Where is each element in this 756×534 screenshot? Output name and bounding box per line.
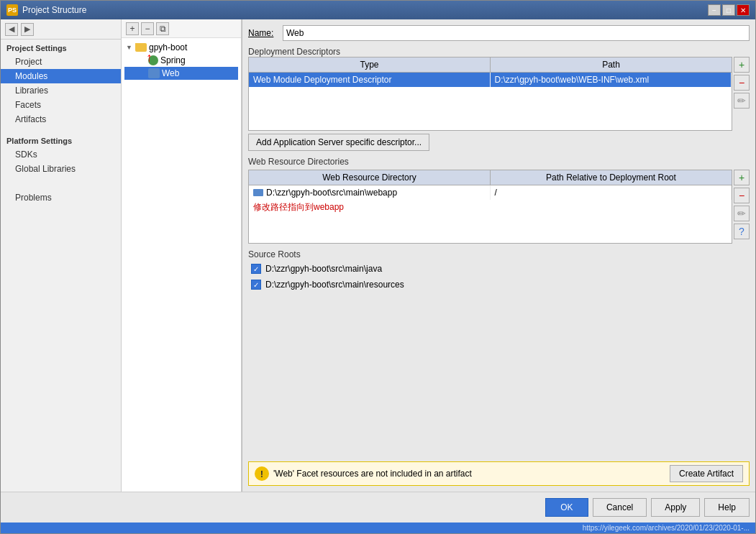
web-resource-label: Web Resource Directories [248, 157, 750, 167]
web-resource-side-buttons: + − ✏ ? [734, 170, 750, 239]
url-text: https://yilegeek.com/archives/2020/01/23… [583, 524, 750, 532]
sidebar: ◀ ▶ Project Settings Project Modules Lib… [1, 19, 122, 492]
tree-node-web[interactable]: Web ↑ [124, 67, 238, 80]
name-input[interactable] [283, 25, 750, 41]
tree-node-spring[interactable]: Spring [124, 54, 238, 67]
col-relative-path: Path Relative to Deployment Root [491, 170, 732, 185]
tree-toolbar: + − ⧉ [122, 19, 241, 38]
app-icon: PS [6, 4, 18, 16]
project-structure-window: PS Project Structure − □ ✕ ◀ ▶ Project S… [0, 0, 756, 534]
warning-text: 'Web' Facet resources are not included i… [273, 469, 665, 479]
source-root-resources-checkbox[interactable]: ✓ [251, 280, 261, 290]
deployment-descriptors-table: Type Path Web Module Deployment Descript… [248, 57, 732, 131]
tree-arrow-root: ▼ [126, 44, 133, 51]
tree-copy-button[interactable]: ⧉ [156, 22, 169, 35]
td-type: Web Module Deployment Descriptor [249, 73, 491, 87]
web-resource-table-area: Web Resource Directory Path Relative to … [248, 170, 750, 244]
source-roots-label: Source Roots [248, 249, 750, 259]
tree-node-spring-label: Spring [160, 55, 186, 65]
add-web-resource-btn[interactable]: + [734, 170, 750, 185]
apply-button[interactable]: Apply [651, 498, 700, 517]
source-root-java-row: ✓ D:\zzr\gpyh-boot\src\main\java [248, 262, 750, 275]
td-relative-path: / [491, 185, 732, 200]
web-resource-header: Web Resource Directory Path Relative to … [249, 170, 732, 185]
folder-icon [135, 43, 147, 52]
create-artifact-button[interactable]: Create Artifact [670, 465, 743, 482]
tree-node-web-label: Web [162, 68, 179, 78]
td-web-resource-dir: D:\zzr\gpyh-boot\src\main\webapp [249, 185, 491, 200]
source-root-resources-row: ✓ D:\zzr\gpyh-boot\src\main\resources [248, 278, 750, 291]
tree-node-root-label: gpyh-boot [149, 42, 187, 52]
maximize-button[interactable]: □ [722, 4, 735, 16]
project-settings-label: Project Settings [1, 40, 121, 55]
main-content: ◀ ▶ Project Settings Project Modules Lib… [1, 19, 755, 492]
deployment-descriptors-body: Web Module Deployment Descriptor D:\zzr\… [249, 73, 732, 130]
web-resource-body: D:\zzr\gpyh-boot\src\main\webapp / 修改路径指… [249, 185, 732, 243]
tree-area: + − ⧉ ▼ gpyh-boot Spring [122, 19, 242, 492]
annotation-text: 修改路径指向到webapp [249, 200, 732, 215]
cancel-button[interactable]: Cancel [593, 498, 647, 517]
annotation-arrow-up: ↑ [146, 51, 152, 64]
title-bar-controls: − □ ✕ [708, 4, 750, 16]
col-path: Path [491, 57, 732, 72]
col-type: Type [249, 57, 491, 72]
source-root-java-path: D:\zzr\gpyh-boot\src\main\java [265, 264, 382, 274]
title-bar: PS Project Structure − □ ✕ [1, 1, 755, 19]
remove-web-resource-btn[interactable]: − [734, 188, 750, 203]
add-app-server-descriptor-button[interactable]: Add Application Server specific descript… [248, 134, 429, 151]
tree-content: ▼ gpyh-boot Spring Web [122, 38, 241, 492]
web-resource-table: Web Resource Directory Path Relative to … [248, 170, 732, 244]
folder-blue-icon [253, 189, 263, 196]
warning-icon: ! [255, 466, 269, 481]
sidebar-item-global-libraries[interactable]: Global Libraries [1, 162, 121, 176]
help-web-resource-btn[interactable]: ? [734, 224, 750, 239]
back-button[interactable]: ◀ [5, 23, 18, 36]
source-root-java-checkbox[interactable]: ✓ [251, 264, 261, 274]
add-descriptor-btn[interactable]: + [734, 57, 750, 73]
title-bar-left: PS Project Structure [6, 4, 86, 16]
web-icon [148, 68, 160, 78]
sidebar-item-project[interactable]: Project [1, 55, 121, 69]
platform-settings-label: Platform Settings [1, 132, 121, 147]
sidebar-nav-top: ◀ ▶ [1, 19, 121, 40]
warning-row: ! 'Web' Facet resources are not included… [248, 461, 750, 486]
forward-button[interactable]: ▶ [21, 23, 34, 36]
remove-descriptor-btn[interactable]: − [734, 75, 750, 91]
name-label: Name: [248, 28, 277, 38]
web-resource-dir-text: D:\zzr\gpyh-boot\src\main\webapp [266, 188, 397, 198]
deployment-descriptors-header: Type Path [249, 57, 732, 73]
deployment-descriptors-label: Deployment Descriptors [248, 47, 750, 57]
help-button[interactable]: Help [704, 498, 750, 517]
sidebar-item-modules[interactable]: Modules [1, 69, 121, 83]
deployment-descriptors-side-buttons: + − ✏ [734, 57, 750, 109]
url-bar: https://yilegeek.com/archives/2020/01/23… [1, 523, 755, 533]
minimize-button[interactable]: − [708, 4, 721, 16]
ok-button[interactable]: OK [545, 498, 588, 517]
sidebar-item-facets[interactable]: Facets [1, 98, 121, 112]
web-resource-row[interactable]: D:\zzr\gpyh-boot\src\main\webapp / [249, 185, 732, 200]
table-row[interactable]: Web Module Deployment Descriptor D:\zzr\… [249, 73, 732, 87]
edit-descriptor-btn[interactable]: ✏ [734, 93, 750, 109]
name-row: Name: [248, 25, 750, 41]
col-web-resource-dir: Web Resource Directory [249, 170, 491, 185]
edit-web-resource-btn[interactable]: ✏ [734, 206, 750, 221]
title-bar-title: Project Structure [22, 5, 86, 15]
td-path: D:\zzr\gpyh-boot\web\WEB-INF\web.xml [491, 73, 732, 87]
sidebar-item-problems[interactable]: Problems [1, 190, 121, 205]
bottom-buttons: OK Cancel Apply Help [1, 492, 755, 523]
sidebar-item-artifacts[interactable]: Artifacts [1, 112, 121, 126]
tree-remove-button[interactable]: − [141, 22, 154, 35]
sidebar-item-libraries[interactable]: Libraries [1, 83, 121, 98]
deployment-descriptors-section: Deployment Descriptors Type Path Web Mod… [248, 45, 750, 151]
tree-node-root[interactable]: ▼ gpyh-boot [124, 41, 238, 54]
right-panel: Name: Deployment Descriptors Type Path W… [242, 19, 755, 492]
tree-add-button[interactable]: + [126, 22, 139, 35]
sidebar-item-sdks[interactable]: SDKs [1, 147, 121, 162]
close-button[interactable]: ✕ [737, 4, 750, 16]
source-roots-section: Source Roots ✓ D:\zzr\gpyh-boot\src\main… [248, 248, 750, 457]
source-root-resources-path: D:\zzr\gpyh-boot\src\main\resources [265, 280, 404, 290]
deployment-descriptors-table-area: Type Path Web Module Deployment Descript… [248, 57, 750, 131]
web-resource-section: Web Resource Directories Web Resource Di… [248, 155, 750, 244]
